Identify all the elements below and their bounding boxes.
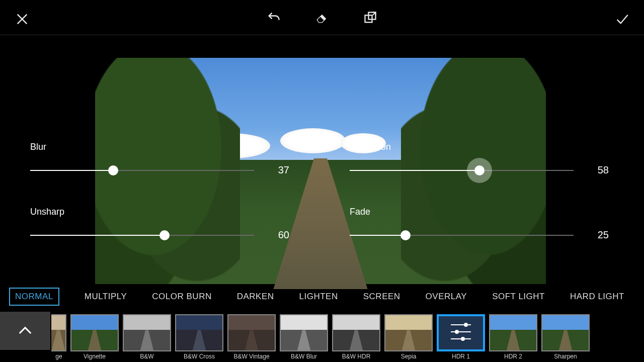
filter-label: HDR 1 [452,353,470,360]
slider-blur: Blur 37 [30,142,289,191]
undo-icon [266,11,281,25]
filter-label: Sepia [401,353,417,360]
filter-hdr-1[interactable]: HDR 1 [437,314,485,360]
slider-thumb-blur[interactable] [108,165,118,175]
top-toolbar [0,0,644,35]
apply-button[interactable] [614,11,630,27]
slider-thumb-fade[interactable] [400,230,411,240]
filter-b-w-vintage[interactable]: B&W Vintage [227,314,276,360]
blend-mode-lighten[interactable]: LIGHTEN [299,292,338,302]
slider-label-blur: Blur [30,142,289,152]
blend-modes-row: NORMAL MULTIPLY COLOR BURN DARKEN LIGHTE… [0,284,644,309]
cancel-button[interactable] [14,11,30,27]
blend-mode-normal[interactable]: NORMAL [9,288,59,306]
slider-track-fade[interactable] [350,235,574,236]
slider-saturation: Saturation 58 [350,142,609,191]
slider-track-unsharp[interactable] [30,235,254,236]
eraser-button[interactable] [314,10,330,26]
filter-b-w-blur[interactable]: B&W Blur [280,314,328,360]
blend-mode-soft-light[interactable]: SOFT LIGHT [492,292,545,302]
close-icon [15,12,29,26]
slider-label-fade: Fade [350,207,609,217]
slider-value-fade: 25 [589,229,609,241]
filter-label: B&W [140,353,153,360]
blend-mode-hard-light[interactable]: HARD LIGHT [570,292,624,302]
filter-b-w[interactable]: B&W [123,314,171,360]
slider-value-blur: 37 [269,164,289,176]
filter-hdr-2[interactable]: HDR 2 [489,314,537,360]
slider-fade: Fade 25 [350,207,609,255]
filter-vintage[interactable]: ge [51,314,66,360]
slider-track-saturation[interactable] [350,170,574,171]
slider-value-unsharp: 60 [269,229,289,241]
filter-label: Vignette [84,353,106,360]
blend-mode-overlay[interactable]: OVERLAY [426,292,467,302]
filter-vignette[interactable]: Vignette [70,314,119,360]
filter-label: B&W Blur [291,353,317,360]
slider-label-saturation: Saturation [350,142,609,152]
filters-row: geVignetteB&WB&W CrossB&W VintageB&W Blu… [0,312,644,362]
eraser-icon [314,11,330,24]
compare-icon [363,11,378,25]
blend-mode-darken[interactable]: DARKEN [237,292,274,302]
filter-label: B&W Vintage [233,353,269,360]
chevron-up-icon [18,326,33,336]
filter-sepia[interactable]: Sepia [384,314,433,360]
slider-track-blur[interactable] [30,170,254,171]
slider-label-unsharp: Unsharp [30,207,289,217]
undo-button[interactable] [266,10,282,26]
checkmark-icon [614,12,630,26]
blend-mode-screen[interactable]: SCREEN [363,292,400,302]
blend-mode-multiply[interactable]: MULTIPLY [85,292,127,302]
sliders-icon [451,324,471,341]
filter-b-w-cross[interactable]: B&W Cross [175,314,223,360]
filter-label: HDR 2 [504,353,522,360]
slider-thumb-unsharp[interactable] [159,230,170,240]
slider-unsharp: Unsharp 60 [30,207,289,255]
filter-label: B&W HDR [342,353,371,360]
blend-mode-color-burn[interactable]: COLOR BURN [152,292,211,302]
expand-filters-button[interactable] [0,312,50,350]
filter-b-w-hdr[interactable]: B&W HDR [332,314,380,360]
sliders-panel: Blur 37 Saturation 58 Unsharp 60 [0,131,644,272]
compare-button[interactable] [362,10,378,26]
filter-sharpen[interactable]: Sharpen [541,314,590,360]
slider-thumb-saturation[interactable] [467,158,492,183]
filter-label: B&W Cross [184,353,215,360]
slider-value-saturation: 58 [589,164,609,176]
filter-label: ge [55,353,62,360]
filter-label: Sharpen [554,353,577,360]
